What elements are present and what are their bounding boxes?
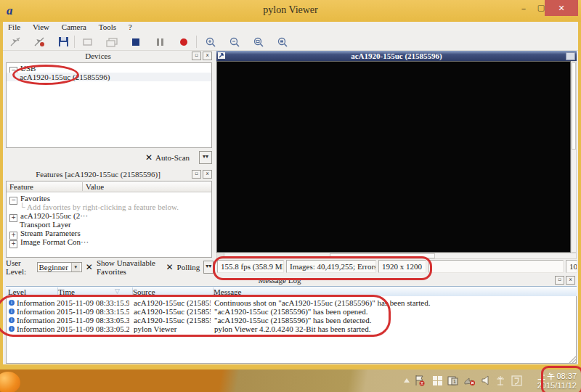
auto-scan-label: Auto-Scan bbox=[155, 153, 190, 162]
feature-label: Stream Parameters bbox=[20, 229, 81, 237]
feature-label: Transport Layer bbox=[20, 220, 71, 229]
feature-column-header[interactable]: Feature bbox=[9, 182, 33, 191]
continuous-shot-icon[interactable] bbox=[102, 35, 121, 49]
status-empty-segment bbox=[428, 260, 564, 273]
start-orb[interactable] bbox=[0, 372, 20, 392]
windows-logo-icon[interactable] bbox=[431, 375, 443, 386]
show-unavailable-label[interactable]: Show Unavailable Favorites bbox=[97, 258, 163, 276]
menu-help[interactable]: ? bbox=[123, 22, 137, 32]
auto-scan-off-icon: ✕ bbox=[145, 152, 153, 163]
annotation-ellipse-status-bar bbox=[213, 256, 432, 280]
scrollbar-thumb[interactable] bbox=[572, 62, 576, 150]
camera-window-title: acA1920-155uc (21585596) bbox=[227, 52, 566, 60]
feature-row-camera[interactable]: +acA1920-155uc (2··· bbox=[7, 211, 211, 220]
annotation-ellipse-clock bbox=[541, 366, 581, 392]
toolbar-separator bbox=[196, 36, 197, 48]
display-indicator-icon[interactable]: 1 bbox=[447, 375, 459, 386]
polling-label[interactable]: Polling bbox=[177, 263, 200, 271]
vertical-scrollbar[interactable] bbox=[571, 61, 577, 253]
taskbar bbox=[0, 369, 581, 392]
feature-row-favorites[interactable]: −Favorites bbox=[7, 192, 211, 203]
menu-bar: File View Camera Tools ? bbox=[3, 22, 578, 34]
chevron-down-icon: ▾ bbox=[71, 263, 80, 271]
menu-camera[interactable]: Camera bbox=[57, 22, 92, 32]
svg-text:1: 1 bbox=[453, 379, 456, 384]
menu-file[interactable]: File bbox=[3, 22, 25, 32]
features-dropdown-button[interactable]: ▾▾ bbox=[203, 261, 214, 274]
zoom-original-icon[interactable] bbox=[273, 35, 292, 49]
ime-indicator-icon[interactable] bbox=[511, 375, 522, 386]
panel-close-icon[interactable]: x bbox=[203, 170, 212, 179]
status-zoom-level: 10 bbox=[566, 260, 577, 273]
camera-window-icon bbox=[218, 52, 226, 60]
speaker-icon[interactable] bbox=[480, 375, 492, 386]
zoom-in-icon[interactable] bbox=[201, 35, 220, 49]
value-column-header[interactable]: Value bbox=[82, 182, 104, 191]
single-shot-icon[interactable] bbox=[78, 35, 97, 49]
record-icon[interactable] bbox=[174, 35, 193, 49]
tree-branch-icon: └ bbox=[20, 203, 25, 211]
feature-label: acA1920-155uc (2··· bbox=[20, 211, 88, 220]
user-level-value: Beginner bbox=[39, 263, 68, 271]
action-center-flag-icon[interactable] bbox=[414, 375, 426, 386]
feature-label: Image Format Con··· bbox=[20, 237, 89, 246]
user-level-select[interactable]: Beginner ▾ bbox=[37, 262, 82, 272]
camera-window-titlebar[interactable]: acA1920-155uc (21585596) bbox=[216, 51, 577, 61]
show-hidden-icons-icon[interactable] bbox=[401, 375, 413, 386]
feature-label: Favorites bbox=[20, 194, 50, 203]
panel-close-icon[interactable]: x bbox=[203, 52, 212, 60]
dock-float-icon[interactable]: ▫ bbox=[192, 52, 201, 60]
devices-panel-title: Devices bbox=[4, 52, 192, 60]
save-image-icon[interactable] bbox=[54, 35, 73, 49]
resize-grip[interactable] bbox=[568, 355, 577, 364]
zoom-fit-icon[interactable] bbox=[249, 35, 268, 49]
close-button[interactable]: ✕ bbox=[545, 0, 578, 16]
user-level-label: User Level: bbox=[6, 258, 33, 276]
close-device-icon[interactable] bbox=[30, 35, 49, 49]
menu-view[interactable]: View bbox=[28, 22, 54, 32]
features-table: Feature Value −Favorites └ Add favorites… bbox=[6, 181, 212, 258]
expand-icon[interactable]: + bbox=[9, 240, 17, 248]
window-title: pylon Viewer bbox=[0, 4, 581, 16]
feature-row-image-format[interactable]: +Image Format Con··· bbox=[7, 237, 211, 246]
features-panel-header: Features [acA1920-155uc (21585596)] ▫ x bbox=[4, 169, 214, 179]
camera-image-view[interactable] bbox=[216, 61, 571, 253]
hardware-icon[interactable] bbox=[495, 375, 506, 386]
features-panel-title: Features [acA1920-155uc (21585596)] bbox=[4, 170, 192, 179]
menu-tools[interactable]: Tools bbox=[94, 22, 121, 32]
feature-row-transport-layer[interactable]: Transport Layer bbox=[7, 220, 211, 229]
show-unavailable-off-icon[interactable]: ✕ bbox=[86, 262, 93, 272]
feature-hint-label: Add favorites by right-clicking a featur… bbox=[27, 203, 179, 211]
sort-indicator-icon: ▽ bbox=[115, 287, 120, 295]
open-device-icon[interactable] bbox=[6, 35, 25, 49]
annotation-ellipse-device-name bbox=[12, 65, 79, 85]
feature-row-add-favorites: └ Add favorites by right-clicking a feat… bbox=[7, 203, 211, 211]
annotation-ellipse-log-rows bbox=[0, 295, 391, 337]
auto-scan-dropdown-button[interactable]: ▾▾ bbox=[199, 151, 212, 164]
minimize-button[interactable]: – bbox=[517, 3, 530, 16]
zoom-out-icon[interactable] bbox=[225, 35, 244, 49]
pause-grab-icon[interactable] bbox=[150, 35, 169, 49]
toolbar-separator bbox=[74, 36, 75, 48]
feature-row-stream-parameters[interactable]: +Stream Parameters bbox=[7, 229, 211, 237]
devices-panel-header: Devices ▫ x bbox=[4, 51, 214, 61]
dock-float-icon[interactable]: ▫ bbox=[555, 276, 564, 285]
features-controls: User Level: Beginner ▾ ✕ Show Unavailabl… bbox=[6, 261, 214, 274]
stop-grab-icon[interactable] bbox=[126, 35, 145, 49]
muted-device-icon[interactable] bbox=[464, 375, 476, 386]
dock-float-icon[interactable]: ▫ bbox=[192, 170, 201, 179]
camera-window-minimize-icon[interactable] bbox=[566, 52, 575, 60]
panel-close-icon[interactable]: x bbox=[566, 276, 575, 285]
polling-off-icon[interactable]: ✕ bbox=[166, 262, 174, 272]
